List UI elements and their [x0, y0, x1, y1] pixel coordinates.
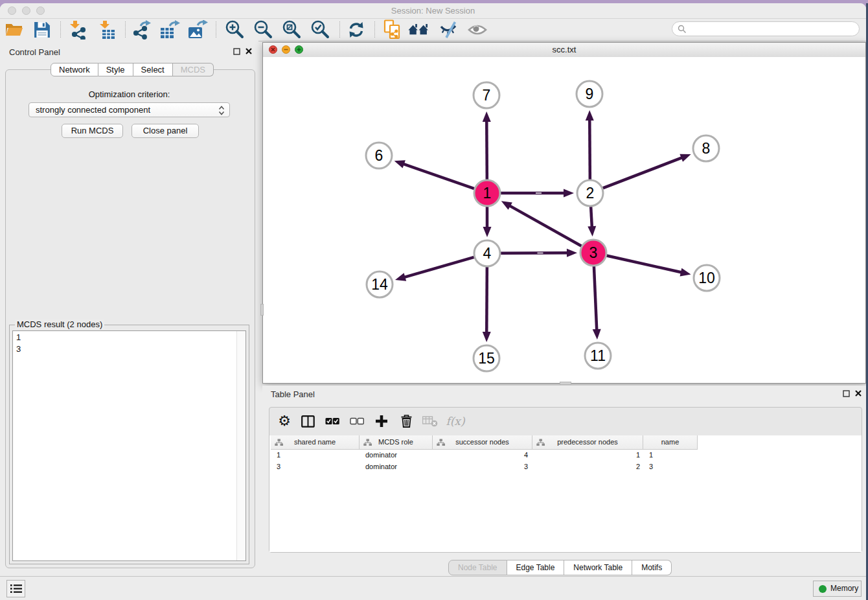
- graph-node-label: 3: [589, 244, 598, 261]
- import-table-icon[interactable]: [97, 19, 119, 40]
- select-all-icon[interactable]: [323, 411, 342, 431]
- column-header-shared-name[interactable]: shared name: [271, 435, 360, 450]
- optimization-criterion-select[interactable]: strongly connected component: [29, 102, 230, 117]
- tab-network[interactable]: Network: [51, 63, 98, 76]
- split-view-icon[interactable]: [298, 411, 317, 431]
- network-window-titlebar: scc.txt: [263, 43, 865, 58]
- float-panel-icon[interactable]: [233, 48, 240, 55]
- tab-style[interactable]: Style: [98, 63, 133, 76]
- cell-mcds-role[interactable]: dominator: [365, 451, 397, 459]
- optimization-criterion-label: Optimization criterion:: [0, 89, 258, 99]
- edge-label: [538, 253, 543, 254]
- task-history-button[interactable]: [6, 580, 25, 597]
- refresh-icon[interactable]: [345, 19, 367, 40]
- search-input[interactable]: [689, 23, 854, 36]
- edge-arrow-4-14: [395, 273, 406, 281]
- delete-table-icon[interactable]: [420, 411, 440, 431]
- close-table-panel-icon[interactable]: [854, 389, 862, 397]
- edge-3-11[interactable]: [594, 266, 597, 331]
- home-layout-icon[interactable]: [408, 19, 430, 40]
- tab-mcds[interactable]: MCDS: [173, 63, 214, 76]
- app-titlebar: Session: New Session: [0, 3, 866, 19]
- function-builder-icon[interactable]: f(x): [446, 411, 465, 431]
- graph-node-label: 8: [702, 140, 711, 157]
- edge-1-6[interactable]: [402, 163, 474, 189]
- column-header-name[interactable]: name: [643, 435, 698, 450]
- search-box: [672, 21, 860, 36]
- close-panel-button[interactable]: Close panel: [131, 124, 199, 138]
- graph-node-label: 6: [375, 147, 383, 164]
- hide-unhide-icon[interactable]: [438, 19, 460, 40]
- import-network-icon[interactable]: [67, 19, 89, 40]
- edge-label: [536, 192, 542, 194]
- zoom-out-icon[interactable]: [252, 19, 274, 40]
- edge-2-9[interactable]: [589, 119, 590, 179]
- show-graphics-icon[interactable]: [466, 19, 488, 40]
- graph-node-label: 14: [371, 276, 388, 293]
- tab-network-table[interactable]: Network Table: [564, 560, 632, 575]
- search-icon: [678, 25, 687, 34]
- table-splitter-handle[interactable]: [560, 382, 571, 385]
- save-session-icon[interactable]: [31, 19, 53, 40]
- tab-edge-table[interactable]: Edge Table: [507, 560, 565, 575]
- export-table-icon[interactable]: [159, 19, 181, 40]
- edge-arrow-3-10: [680, 268, 691, 277]
- graph-node-label: 9: [586, 86, 594, 102]
- deselect-all-icon[interactable]: [347, 411, 367, 431]
- graph-node-label: 4: [483, 245, 492, 262]
- cell-mcds-role[interactable]: dominator: [365, 463, 397, 470]
- edge-3-1[interactable]: [508, 205, 582, 246]
- tab-select[interactable]: Select: [133, 63, 173, 76]
- app-window: Session: New Session: [0, 3, 866, 600]
- edge-2-8[interactable]: [603, 157, 683, 189]
- graph-node-label: 10: [698, 270, 715, 286]
- copy-view-icon[interactable]: [382, 19, 404, 40]
- edge-arrow-1-2: [564, 189, 574, 198]
- network-window-title: scc.txt: [263, 45, 865, 54]
- zoom-fit-icon[interactable]: [280, 19, 303, 40]
- close-panel-icon[interactable]: [245, 47, 253, 55]
- column-header-predecessor-nodes[interactable]: predecessor nodes: [532, 435, 643, 450]
- memory-button[interactable]: Memory: [813, 581, 862, 597]
- node-table: shared name MCDS role successor nodes pr…: [269, 435, 862, 552]
- settings-icon[interactable]: ⚙: [275, 411, 294, 431]
- cell-shared-name[interactable]: 1: [277, 451, 280, 459]
- edge-4-15[interactable]: [486, 267, 487, 334]
- panel-splitter-handle[interactable]: [260, 304, 264, 316]
- edge-4-14[interactable]: [404, 257, 474, 278]
- open-session-icon[interactable]: [3, 19, 25, 40]
- delete-column-icon[interactable]: [396, 411, 416, 431]
- app-title: Session: New Session: [0, 6, 866, 16]
- cell-successor[interactable]: 4: [433, 451, 528, 459]
- cell-predecessor[interactable]: 1: [532, 451, 640, 459]
- zoom-in-icon[interactable]: [223, 19, 246, 40]
- edge-1-7[interactable]: [486, 120, 487, 179]
- edge-4-3[interactable]: [501, 253, 569, 253]
- column-header-successor-nodes[interactable]: successor nodes: [433, 435, 532, 450]
- export-image-icon[interactable]: [187, 19, 209, 40]
- export-network-icon[interactable]: [131, 19, 153, 40]
- cell-name[interactable]: 3: [649, 463, 653, 470]
- mcds-result-box[interactable]: 1 3: [12, 330, 246, 561]
- table-container: ⚙ f(x) shared name MCDS role successor n…: [269, 407, 862, 553]
- network-graph: 7968124314101511: [263, 57, 865, 383]
- list-icon: [10, 584, 22, 594]
- edge-3-10[interactable]: [606, 256, 682, 273]
- graph-node-label: 15: [478, 350, 495, 367]
- tab-node-table[interactable]: Node Table: [448, 560, 507, 575]
- float-table-panel-icon[interactable]: [843, 390, 850, 397]
- cell-shared-name[interactable]: 3: [277, 463, 280, 470]
- run-mcds-button[interactable]: Run MCDS: [62, 124, 123, 138]
- add-column-icon[interactable]: [372, 411, 391, 431]
- column-header-mcds-role[interactable]: MCDS role: [360, 435, 433, 450]
- tab-motifs[interactable]: Motifs: [632, 560, 672, 575]
- cell-name[interactable]: 1: [649, 451, 653, 459]
- zoom-selected-icon[interactable]: [309, 19, 331, 40]
- desktop: { "app": { "title": "Session: New Sessio…: [0, 0, 868, 600]
- cell-predecessor[interactable]: 2: [532, 463, 640, 470]
- edge-2-3[interactable]: [591, 207, 592, 228]
- memory-status-dot: [819, 585, 827, 593]
- mcds-result-scrollbar[interactable]: [236, 331, 246, 560]
- network-canvas[interactable]: 7968124314101511: [263, 57, 865, 383]
- cell-successor[interactable]: 3: [433, 463, 528, 470]
